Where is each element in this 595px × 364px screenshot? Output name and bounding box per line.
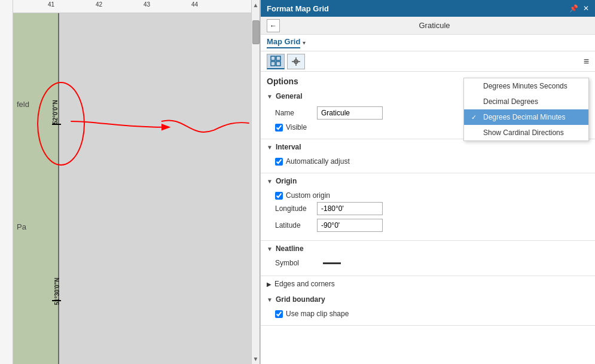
auto-adjust-checkbox[interactable] <box>275 158 283 166</box>
edges-label: Edges and corners <box>274 280 335 288</box>
format-map-grid-panel: Format Map Grid 📌 ✕ ← Graticule Map Grid… <box>260 0 595 364</box>
grid-boundary-section-body: Use map clip shape <box>261 307 595 325</box>
scroll-bar-right[interactable]: ▲ ▼ <box>251 0 260 364</box>
origin-collapse-triangle: ▼ <box>267 178 273 185</box>
panel-title: Format Map Grid <box>267 4 329 13</box>
neatline-section: ▼ Neatline Symbol <box>261 241 595 276</box>
interval-section: ▼ Interval Automatically adjust <box>261 139 595 173</box>
map-content: feld Pa 52°0'0"N 51°30'0"N <box>13 13 251 364</box>
map-label-pa: Pa <box>17 222 26 231</box>
map-grid-bar: Map Grid ▾ <box>261 35 595 51</box>
scroll-thumb[interactable] <box>252 20 260 44</box>
grid-boundary-section-header[interactable]: ▼ Grid boundary <box>261 292 595 307</box>
edges-section-header[interactable]: ▶ Edges and corners <box>261 276 595 292</box>
ruler-side <box>0 0 13 364</box>
panel-header-icons: 📌 ✕ <box>569 4 589 13</box>
tick-52 <box>52 124 61 125</box>
pin-icon[interactable]: 📌 <box>569 4 578 13</box>
map-grid-dropdown-arrow[interactable]: ▾ <box>303 39 306 46</box>
auto-adjust-label: Automatically adjust <box>286 157 350 166</box>
ruler-top: 41 42 43 44 <box>0 0 260 13</box>
hamburger-menu-icon[interactable]: ≡ <box>584 56 589 67</box>
grid-boundary-collapse-triangle: ▼ <box>267 296 273 303</box>
symbol-row: Symbol <box>275 259 589 267</box>
dropdown-item-dms[interactable]: Degrees Minutes Seconds <box>464 78 588 94</box>
interval-section-label: Interval <box>276 143 301 151</box>
grid-boundary-section: ▼ Grid boundary Use map clip shape <box>261 292 595 326</box>
svg-rect-4 <box>276 62 280 66</box>
icon-bar: ≡ <box>261 51 595 72</box>
ruler-marks: 41 42 43 44 <box>39 0 260 13</box>
map-bg-left <box>13 13 58 364</box>
grid-boundary-label: Grid boundary <box>276 295 325 304</box>
origin-section-header[interactable]: ▼ Origin <box>261 173 595 189</box>
symbol-label: Symbol <box>275 259 317 267</box>
neatline-section-label: Neatline <box>276 244 304 253</box>
longitude-label: Longitude <box>275 204 317 213</box>
use-map-clip-checkbox[interactable] <box>275 310 283 318</box>
visible-checkbox[interactable] <box>275 124 283 131</box>
check-ddm: ✓ <box>471 114 480 121</box>
dropdown-item-ddm[interactable]: ✓ Degrees Decimal Minutes <box>464 109 588 125</box>
name-label: Name <box>275 109 317 117</box>
dropdown-label-cardinal: Show Cardinal Directions <box>483 129 564 137</box>
svg-rect-1 <box>271 56 275 60</box>
map-label-feld: feld <box>17 100 29 109</box>
neatline-section-header[interactable]: ▼ Neatline <box>261 241 595 256</box>
symbol-preview <box>323 262 341 264</box>
interval-section-body: Automatically adjust <box>261 155 595 173</box>
map-white-area <box>58 13 251 364</box>
map-grid-label[interactable]: Map Grid <box>267 37 300 48</box>
custom-origin-label: Custom origin <box>286 191 330 200</box>
dropdown-label-ddm: Degrees Decimal Minutes <box>483 113 565 121</box>
origin-section-label: Origin <box>276 177 297 185</box>
ruler-mark-42: 42 <box>96 1 102 8</box>
longitude-input[interactable] <box>317 202 383 215</box>
neatline-collapse-triangle: ▼ <box>267 246 273 252</box>
dropdown-label-dd: Decimal Degrees <box>483 97 538 106</box>
appearance-icon <box>291 56 301 67</box>
map-area: 41 42 43 44 ▲ ▼ feld Pa 52°0'0"N 51°30'0… <box>0 0 260 364</box>
latitude-row: Latitude <box>275 219 589 232</box>
name-input[interactable] <box>317 106 383 120</box>
custom-origin-checkbox[interactable] <box>275 192 283 200</box>
graticule-title: Graticule <box>280 21 589 30</box>
origin-section: ▼ Origin Custom origin Longitude Latitud… <box>261 173 595 241</box>
ruler-mark-43: 43 <box>144 1 150 8</box>
dropdown-item-cardinal[interactable]: Show Cardinal Directions <box>464 125 588 140</box>
grid-icon <box>270 56 281 66</box>
grid-options-icon-btn[interactable] <box>267 54 285 69</box>
ruler-mark-41: 41 <box>48 1 54 8</box>
neatline-section-body: Symbol <box>261 256 595 276</box>
edges-expand-triangle: ▶ <box>267 281 271 287</box>
latitude-input[interactable] <box>317 219 383 232</box>
use-map-clip-row: Use map clip shape <box>275 310 589 318</box>
interval-section-header[interactable]: ▼ Interval <box>261 139 595 155</box>
svg-rect-2 <box>276 56 280 60</box>
tick-51 <box>52 300 61 301</box>
panel-sub-header: ← Graticule <box>261 17 595 35</box>
dropdown-item-dd[interactable]: Decimal Degrees <box>464 94 588 109</box>
panel-header: Format Map Grid 📌 ✕ <box>261 0 595 17</box>
custom-origin-row: Custom origin <box>275 191 589 200</box>
dropdown-menu: Degrees Minutes Seconds Decimal Degrees … <box>463 78 589 141</box>
close-icon[interactable]: ✕ <box>583 4 589 13</box>
origin-section-body: Custom origin Longitude Latitude <box>261 189 595 240</box>
visible-label: Visible <box>286 123 307 131</box>
auto-adjust-row: Automatically adjust <box>275 157 589 166</box>
back-button[interactable]: ← <box>267 19 280 32</box>
general-collapse-triangle: ▼ <box>267 93 273 100</box>
longitude-row: Longitude <box>275 202 589 215</box>
ruler-mark-44: 44 <box>191 1 198 8</box>
interval-collapse-triangle: ▼ <box>267 144 273 151</box>
grid-appearance-icon-btn[interactable] <box>287 54 305 69</box>
label-52: 52°0'0"N <box>52 100 59 124</box>
svg-rect-3 <box>271 62 275 66</box>
general-section-label: General <box>276 92 303 100</box>
icon-group <box>267 54 305 69</box>
dropdown-label-dms: Degrees Minutes Seconds <box>483 82 567 90</box>
latitude-label: Latitude <box>275 221 317 230</box>
use-map-clip-label: Use map clip shape <box>286 310 349 318</box>
